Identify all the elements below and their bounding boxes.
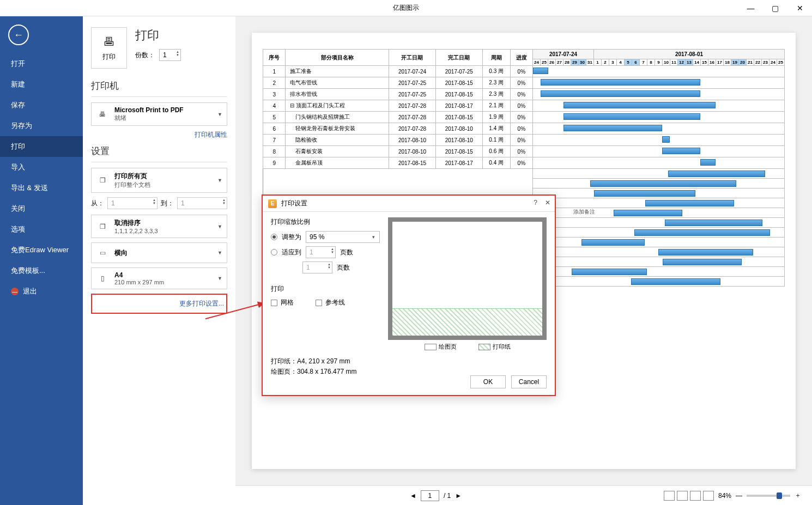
page-preview: [388, 217, 547, 340]
fit-to-radio[interactable]: [271, 249, 277, 255]
paper-icon: ▯: [96, 272, 109, 285]
guides-checkbox[interactable]: 参考线: [316, 298, 345, 307]
app-title: 亿图图示: [393, 3, 419, 13]
dialog-close-button[interactable]: ✕: [545, 199, 550, 206]
sidebar-item-7[interactable]: 关闭: [0, 198, 83, 219]
orientation-icon: ▭: [96, 246, 109, 259]
from-label: 从：: [91, 199, 104, 208]
zoom-label: 84%: [718, 492, 731, 500]
orientation-selector[interactable]: ▭ 横向 ▼: [91, 242, 227, 263]
sidebar-item-6[interactable]: 导出 & 发送: [0, 178, 83, 198]
view-page-icon[interactable]: [664, 491, 675, 501]
scale-group-title: 打印缩放比例: [271, 217, 380, 227]
paper-info-label: 打印纸：A4, 210 x 297 mm: [271, 356, 547, 367]
table-row: 3排水布管线2017-07-252017-08-152.3 周0%: [263, 89, 785, 100]
app-icon: E: [268, 199, 277, 208]
table-row: 4⊟ 顶面工程及门头工程2017-07-282017-08-172.1 周0%: [263, 100, 785, 112]
sidebar-item-8[interactable]: 选项: [0, 219, 83, 240]
zoom-out-button[interactable]: —: [736, 492, 742, 500]
paper-swatch: [478, 344, 490, 350]
printer-icon: 🖶: [103, 35, 115, 49]
view-multi-icon[interactable]: [677, 491, 688, 501]
close-button[interactable]: ✕: [787, 0, 812, 16]
settings-section-title: 设置: [91, 145, 227, 157]
fit-height-spinner[interactable]: 1▲▼: [302, 261, 332, 273]
backstage-sidebar: ← 打开新建保存另存为打印导入导出 & 发送关闭选项免费Edraw Viewer…: [0, 16, 83, 505]
page-total-label: / 1: [444, 492, 451, 500]
cancel-button[interactable]: Cancel: [511, 375, 547, 388]
table-row: 9 金属板吊顶2017-08-152017-08-170.4 周0%: [263, 157, 785, 169]
grid-checkbox[interactable]: 网格: [271, 298, 294, 307]
paper-size-selector[interactable]: ▯ A4 210 mm x 297 mm ▼: [91, 267, 227, 289]
table-row: 5 门头钢结构及招牌施工2017-07-282017-08-151.9 周0%: [263, 112, 785, 123]
sidebar-item-5[interactable]: 导入: [0, 157, 83, 178]
print-button[interactable]: 🖶 打印: [91, 27, 127, 69]
print-options-panel: 🖶 打印 打印 份数： 1 ▲▼ 打印机 🖶 Microsoft Print t…: [83, 16, 235, 505]
from-input[interactable]: 1▲▼: [107, 197, 157, 209]
copies-spinner[interactable]: 1 ▲▼: [159, 49, 181, 61]
sidebar-item-4[interactable]: 打印: [0, 136, 83, 157]
collation-selector[interactable]: ❐ 取消排序 1,1,1 2,2,2 3,3,3 ▼: [91, 215, 227, 238]
printer-section-title: 打印机: [91, 80, 227, 92]
table-row: 1施工准备2017-07-242017-07-250.3 周0%: [263, 66, 785, 77]
ok-button[interactable]: OK: [470, 375, 506, 388]
print-heading: 打印: [135, 27, 181, 44]
sidebar-item-10[interactable]: 免费模板...: [0, 260, 83, 281]
fit-width-spinner[interactable]: 1▲▼: [306, 246, 336, 258]
prev-page-button[interactable]: ◄: [410, 492, 416, 500]
chevron-down-icon: ▼: [217, 178, 222, 183]
table-row: 6 轻钢龙骨石膏板龙骨安装2017-07-282017-08-101.4 周0%: [263, 123, 785, 135]
sidebar-item-1[interactable]: 新建: [0, 74, 83, 95]
zoom-slider[interactable]: [747, 495, 790, 497]
print-scope-selector[interactable]: ❐ 打印所有页 打印整个文档 ▼: [91, 168, 227, 193]
sidebar-item-exit[interactable]: — 退出: [0, 281, 83, 302]
maximize-button[interactable]: ▢: [763, 0, 787, 16]
dialog-help-button[interactable]: ?: [534, 199, 537, 206]
to-input[interactable]: 1▲▼: [177, 197, 227, 209]
copies-label: 份数：: [135, 51, 155, 60]
printer-selector[interactable]: 🖶 Microsoft Print to PDF 就绪 ▼: [91, 102, 227, 126]
minimize-button[interactable]: —: [738, 0, 763, 16]
collate-icon: ❐: [96, 220, 109, 233]
more-print-settings-link[interactable]: 更多打印设置...: [91, 294, 227, 314]
drawing-swatch: [425, 344, 437, 350]
to-label: 到：: [161, 199, 174, 208]
sidebar-item-2[interactable]: 保存: [0, 95, 83, 115]
next-page-button[interactable]: ►: [455, 492, 462, 500]
dialog-title: 打印设置: [281, 199, 307, 208]
table-row: 8 石膏板安装2017-08-102017-08-150.6 周0%: [263, 146, 785, 157]
print-settings-dialog: E 打印设置 ? ✕ 打印缩放比例 调整为 95 % ▾ 适应到 1▲▼: [262, 194, 556, 396]
exit-icon: —: [11, 288, 19, 295]
gantt-note: 添加备注: [573, 208, 595, 216]
page-number-input[interactable]: 1: [421, 490, 439, 501]
pages-icon: ❐: [96, 174, 109, 187]
back-button[interactable]: ←: [8, 25, 29, 45]
chevron-down-icon: ▼: [217, 112, 222, 117]
preview-footer: ◄ 1 / 1 ► 84% — ＋: [235, 485, 812, 505]
table-row: 2电气布管线2017-07-252017-08-152.3 周0%: [263, 77, 785, 89]
chevron-down-icon: ▾: [372, 234, 375, 240]
scale-percent-combo[interactable]: 95 % ▾: [306, 231, 380, 243]
table-row: 7 隐检验收2017-08-102017-08-100.1 周0%: [263, 135, 785, 146]
sidebar-item-3[interactable]: 另存为: [0, 115, 83, 136]
chevron-down-icon: ▼: [217, 276, 222, 281]
printer-glyph-icon: 🖶: [96, 108, 109, 121]
chevron-down-icon: ▼: [217, 250, 222, 255]
adjust-to-radio[interactable]: [271, 234, 277, 240]
zoom-in-button[interactable]: ＋: [795, 491, 801, 500]
chevron-down-icon: ▼: [217, 224, 222, 229]
print-group-title: 打印: [271, 284, 380, 294]
sidebar-item-9[interactable]: 免费Edraw Viewer: [0, 240, 83, 260]
view-grid-icon[interactable]: [703, 491, 714, 501]
view-fit-icon[interactable]: [690, 491, 701, 501]
printer-properties-link[interactable]: 打印机属性: [91, 130, 227, 139]
sidebar-item-0[interactable]: 打开: [0, 53, 83, 74]
